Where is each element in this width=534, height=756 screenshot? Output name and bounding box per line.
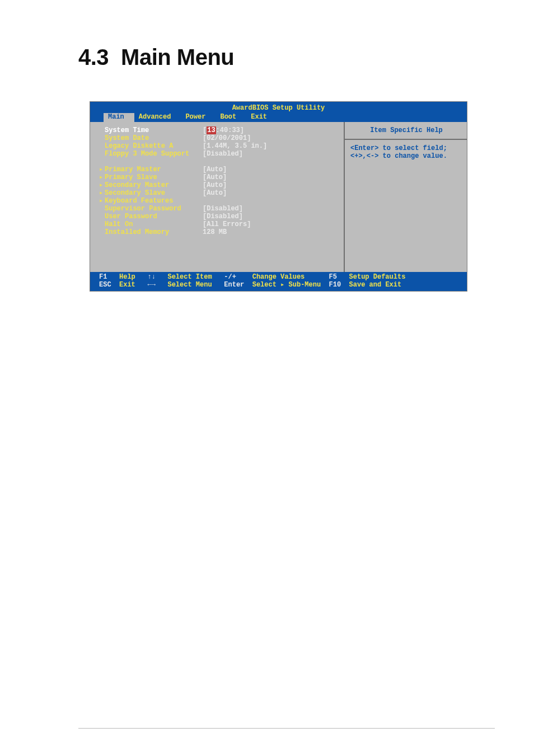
key-plusminus: -/+ [224, 273, 236, 281]
section-title-text: Main Menu [121, 45, 234, 69]
bios-help-panel: Item Specific Help <Enter> to select fie… [345, 122, 467, 272]
row-primary-slave[interactable]: ▸ Primary Slave [Auto] [99, 173, 341, 181]
triangle-icon: ▸ [99, 173, 105, 181]
label-select-menu: Select Menu [167, 281, 212, 289]
label-supervisor-password: Supervisor Password [105, 205, 203, 213]
label-secondary-master: Secondary Master [105, 181, 203, 189]
submenu-marker [99, 126, 105, 134]
label-change-values: Change Values [252, 273, 305, 281]
key-updown: ↑↓ [147, 273, 155, 281]
row-legacy-diskette-a[interactable]: Legacy Diskette A [1.44M, 3.5 in.] [99, 142, 341, 150]
label-system-time: System Time [105, 126, 203, 134]
value-secondary-master[interactable]: [Auto] [203, 181, 227, 189]
row-floppy-3-mode[interactable]: Floppy 3 Mode Support [Disabled] [99, 150, 341, 158]
row-supervisor-password[interactable]: Supervisor Password [Disabled] [99, 205, 341, 213]
triangle-icon: ▸ [99, 181, 105, 189]
value-floppy-3-mode[interactable]: [Disabled] [203, 150, 243, 158]
key-f5: F5 [329, 273, 337, 281]
triangle-icon: ▸ [99, 197, 105, 205]
label-setup-defaults: Setup Defaults [349, 273, 406, 281]
row-system-date[interactable]: System Date [02/00/2001] [99, 134, 341, 142]
value-user-password[interactable]: [Disabled] [203, 213, 243, 220]
value-installed-memory: 128 MB [203, 228, 227, 236]
value-system-time[interactable]: [13:40:33] [203, 126, 244, 134]
triangle-icon: ▸ [99, 189, 105, 197]
row-installed-memory: Installed Memory 128 MB [99, 228, 341, 236]
label-installed-memory: Installed Memory [105, 228, 203, 236]
help-divider [345, 139, 467, 140]
bios-tabs: Main Advanced Power Boot Exit [92, 113, 465, 122]
label-system-date: System Date [105, 134, 203, 142]
value-secondary-slave[interactable]: [Auto] [203, 189, 227, 197]
value-system-date[interactable]: [02/00/2001] [203, 134, 251, 142]
label-exit: Exit [119, 281, 135, 289]
label-select-submenu: Select ▸ Sub-Menu [252, 281, 321, 289]
row-keyboard-features[interactable]: ▸ Keyboard Features [99, 197, 341, 205]
key-f10: F10 [329, 281, 341, 289]
label-secondary-slave: Secondary Slave [105, 189, 203, 197]
page-footer-rule [78, 728, 495, 729]
label-select-item: Select Item [167, 273, 212, 281]
tab-boot[interactable]: Boot [216, 113, 246, 122]
bios-settings-panel: System Time [13:40:33] System Date [02/0… [90, 122, 345, 272]
key-enter: Enter [224, 281, 244, 289]
key-f1: F1 [99, 273, 107, 281]
row-primary-master[interactable]: ▸ Primary Master [Auto] [99, 166, 341, 173]
triangle-icon: ▸ [99, 166, 105, 173]
section-heading: 4.3Main Menu [78, 45, 495, 70]
key-leftright: ←→ [147, 281, 155, 289]
section-number: 4.3 [78, 45, 121, 69]
row-user-password[interactable]: User Password [Disabled] [99, 213, 341, 220]
row-system-time[interactable]: System Time [13:40:33] [99, 126, 341, 134]
key-esc: ESC [99, 281, 111, 289]
label-help: Help [119, 273, 135, 281]
label-floppy-3-mode: Floppy 3 Mode Support [105, 150, 203, 158]
tab-exit[interactable]: Exit [246, 113, 277, 122]
row-secondary-slave[interactable]: ▸ Secondary Slave [Auto] [99, 189, 341, 197]
value-legacy-diskette-a[interactable]: [1.44M, 3.5 in.] [203, 142, 267, 150]
bios-screenshot: AwardBIOS Setup Utility Main Advanced Po… [90, 101, 467, 292]
row-halt-on[interactable]: Halt On [All Errors] [99, 220, 341, 228]
label-legacy-diskette-a: Legacy Diskette A [105, 142, 203, 150]
value-primary-master[interactable]: [Auto] [203, 166, 227, 173]
tab-power[interactable]: Power [181, 113, 216, 122]
tab-advanced[interactable]: Advanced [134, 113, 181, 122]
bios-body: System Time [13:40:33] System Date [02/0… [90, 122, 467, 272]
label-halt-on: Halt On [105, 220, 203, 228]
bios-title: AwardBIOS Setup Utility [92, 103, 465, 113]
help-title: Item Specific Help [350, 126, 462, 138]
bios-topbar: AwardBIOS Setup Utility Main Advanced Po… [90, 102, 467, 122]
help-text: <Enter> to select field; <+>,<-> to chan… [350, 144, 462, 160]
label-keyboard-features: Keyboard Features [105, 197, 203, 205]
value-primary-slave[interactable]: [Auto] [203, 173, 227, 181]
row-gap [99, 158, 341, 166]
label-user-password: User Password [105, 213, 203, 220]
label-save-and-exit: Save and Exit [349, 281, 402, 289]
label-primary-master: Primary Master [105, 166, 203, 173]
tab-main[interactable]: Main [104, 113, 134, 122]
value-supervisor-password[interactable]: [Disabled] [203, 205, 243, 213]
value-halt-on[interactable]: [All Errors] [203, 220, 251, 228]
row-secondary-master[interactable]: ▸ Secondary Master [Auto] [99, 181, 341, 189]
bios-footer: F1 Help ↑↓ Select Item -/+ Change Values… [90, 272, 467, 291]
label-primary-slave: Primary Slave [105, 173, 203, 181]
